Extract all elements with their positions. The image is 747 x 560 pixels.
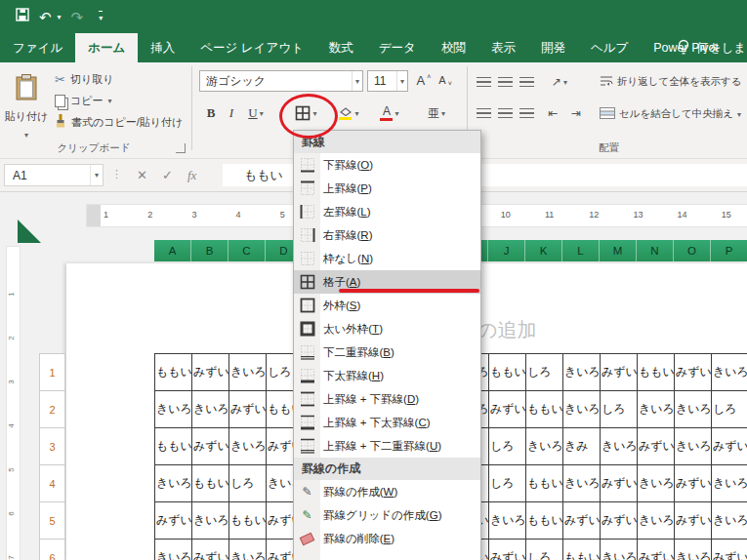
cell-A4[interactable]: きいろ	[154, 464, 192, 502]
middle-align-button[interactable]	[496, 70, 514, 94]
cell-J2[interactable]: みずい	[488, 390, 526, 428]
undo-icon[interactable]: ↶	[39, 10, 52, 24]
formula-bar-splitter[interactable]: ⋮	[111, 168, 122, 180]
tab-formulas[interactable]: 数式	[316, 33, 366, 62]
tab-page-layout[interactable]: ページ レイアウト	[187, 33, 316, 62]
cell-O6[interactable]: きいろ	[674, 539, 712, 560]
undo-dropdown-icon[interactable]: ▾	[58, 13, 62, 21]
tell-me-box[interactable]: 何をしま	[677, 33, 747, 62]
cell-C1[interactable]: きいろ	[228, 353, 267, 391]
align-left-button[interactable]	[475, 101, 492, 125]
cell-O1[interactable]: みずい	[674, 353, 712, 391]
font-size-dropdown-icon[interactable]: ▾	[396, 71, 407, 91]
insert-function-button[interactable]: fx	[187, 168, 196, 183]
cell-J6[interactable]: みずい	[488, 539, 526, 560]
bold-button[interactable]: B	[201, 101, 221, 125]
cell-O5[interactable]: みずい	[674, 501, 712, 540]
tab-data[interactable]: データ	[366, 33, 429, 62]
wrap-text-button[interactable]: 折り返して全体を表示する	[600, 73, 741, 91]
cell-A2[interactable]: きいろ	[154, 390, 192, 428]
tab-file[interactable]: ファイル	[0, 33, 75, 62]
cell-K1[interactable]: しろ	[525, 353, 563, 391]
cell-L2[interactable]: きいろ	[562, 390, 601, 428]
row-header-4[interactable]: 4	[39, 464, 65, 502]
cell-P2[interactable]: しろ	[711, 390, 747, 428]
paste-button[interactable]: 貼り付け ▾	[4, 66, 49, 142]
cell-K5[interactable]: ももい	[525, 501, 563, 540]
increase-font-size-button[interactable]: A˄	[414, 68, 434, 92]
font-name-combo[interactable]: 游ゴシック ▾	[199, 70, 363, 92]
tab-home[interactable]: ホーム	[75, 33, 138, 62]
menu-item-erase-border[interactable]: 罫線の削除(E)	[294, 527, 480, 550]
cut-button[interactable]: ✂ 切り取り	[55, 68, 113, 90]
column-header-L[interactable]: L	[562, 240, 600, 261]
decrease-indent-button[interactable]: ⇤	[543, 101, 562, 125]
cell-M6[interactable]: きいろ	[600, 539, 638, 560]
cell-O2[interactable]: きいろ	[674, 390, 712, 428]
italic-button[interactable]: I	[223, 101, 240, 125]
top-align-button[interactable]	[475, 70, 492, 94]
cell-J4[interactable]: しろ	[488, 464, 526, 502]
cell-L5[interactable]: みずい	[562, 501, 601, 540]
menu-item-thick-bottom-border[interactable]: 下太罫線(H)	[294, 364, 480, 387]
cell-M1[interactable]: みずい	[600, 353, 638, 391]
underline-button[interactable]: U ▾	[242, 101, 270, 125]
cell-N2[interactable]: きいろ	[637, 390, 675, 428]
cell-O4[interactable]: みずい	[674, 464, 712, 502]
menu-item-left-border[interactable]: 左罫線(L)	[294, 200, 480, 223]
decrease-font-size-button[interactable]: A˅	[436, 68, 455, 92]
cell-L3[interactable]: きみ	[562, 427, 601, 465]
phonetic-dropdown-icon[interactable]: ▾	[441, 109, 445, 118]
cell-N1[interactable]: ももい	[637, 353, 675, 391]
bottom-align-button[interactable]	[518, 70, 535, 94]
cell-C4[interactable]: しろ	[228, 464, 267, 502]
row-header-6[interactable]: 6	[39, 539, 65, 560]
qat-customize-icon[interactable]: ▾	[99, 11, 103, 22]
column-header-C[interactable]: C	[228, 240, 266, 261]
menu-item-top-and-thick-bottom-border[interactable]: 上罫線 + 下太罫線(C)	[294, 411, 480, 434]
cell-K2[interactable]: ももい	[525, 390, 563, 428]
cell-C5[interactable]: ももい	[228, 501, 267, 540]
cell-P4[interactable]: きいろ	[711, 464, 747, 502]
tab-insert[interactable]: 挿入	[138, 33, 187, 62]
cell-K3[interactable]: きいろ	[525, 427, 563, 465]
cell-A6[interactable]: きいろ	[154, 539, 192, 560]
increase-indent-button[interactable]: ⇥	[566, 101, 586, 125]
cell-P1[interactable]: きいろ	[711, 353, 747, 391]
cell-M5[interactable]: みずい	[600, 501, 638, 540]
cell-C2[interactable]: みずい	[228, 390, 267, 428]
cell-C3[interactable]: きいろ	[228, 427, 267, 465]
cell-B5[interactable]: きいろ	[191, 501, 229, 540]
align-center-button[interactable]	[496, 101, 514, 125]
cell-C6[interactable]: きいろ	[228, 539, 267, 560]
font-color-button[interactable]: A ▾	[371, 101, 408, 125]
row-header-3[interactable]: 3	[39, 427, 65, 465]
cell-N4[interactable]: きいろ	[637, 464, 675, 502]
menu-item-draw-border-grid[interactable]: ✎罫線グリッドの作成(G)	[294, 503, 480, 527]
format-painter-button[interactable]: 書式のコピー/貼り付け	[55, 111, 183, 133]
cell-M4[interactable]: みずい	[600, 464, 638, 502]
menu-item-top-and-bottom-border[interactable]: 上罫線 + 下罫線(D)	[294, 387, 480, 411]
row-header-5[interactable]: 5	[39, 501, 65, 540]
align-right-button[interactable]	[518, 101, 535, 125]
cell-A1[interactable]: ももい	[154, 353, 192, 391]
menu-item-draw-border[interactable]: ✎罫線の作成(W)	[294, 480, 480, 503]
column-header-K[interactable]: K	[525, 240, 562, 261]
cell-B6[interactable]: みずい	[191, 539, 229, 560]
cell-L1[interactable]: きいろ	[562, 353, 601, 391]
menu-item-no-border[interactable]: 枠なし(N)	[294, 247, 480, 270]
cell-J1[interactable]: ももい	[488, 353, 526, 391]
column-header-P[interactable]: P	[711, 240, 747, 261]
phonetic-guide-button[interactable]: 亜 ▾	[420, 101, 453, 125]
name-box[interactable]: A1 ▾	[4, 164, 104, 186]
underline-dropdown-icon[interactable]: ▾	[260, 109, 264, 118]
font-color-dropdown-icon[interactable]: ▾	[394, 109, 398, 118]
fill-color-dropdown-icon[interactable]: ▾	[354, 109, 358, 118]
font-size-combo[interactable]: 11 ▾	[367, 70, 408, 92]
cell-A5[interactable]: みずい	[154, 501, 192, 540]
cell-M2[interactable]: しろ	[600, 390, 638, 428]
row-header-2[interactable]: 2	[39, 390, 65, 428]
menu-item-bottom-border[interactable]: 下罫線(O)	[294, 153, 480, 177]
column-header-J[interactable]: J	[488, 240, 525, 261]
cell-O3[interactable]: きいろ	[674, 427, 712, 465]
